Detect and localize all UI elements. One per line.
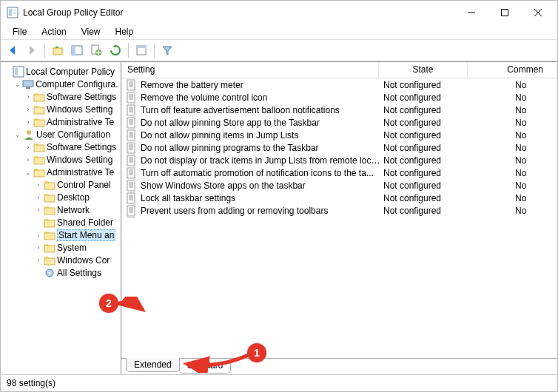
- tree-admin-templates[interactable]: ⌄ Administrative Te: [2, 166, 121, 178]
- folder-icon: [44, 204, 56, 216]
- folder-open-icon: [44, 229, 56, 241]
- policy-item-icon: [126, 155, 138, 166]
- col-comment[interactable]: Commen: [468, 62, 557, 78]
- col-setting[interactable]: Setting: [121, 62, 379, 78]
- setting-state: Not configured: [382, 105, 471, 115]
- tree-windows-components[interactable]: › Windows Cor: [2, 254, 121, 266]
- setting-state: Not configured: [382, 180, 471, 191]
- maximize-button[interactable]: [488, 1, 521, 24]
- tree-windows-settings[interactable]: › Windows Setting: [2, 103, 121, 115]
- setting-row[interactable]: Turn off automatic promotion of notifica…: [121, 166, 557, 179]
- close-button[interactable]: [521, 1, 554, 24]
- svg-rect-11: [72, 46, 75, 55]
- menu-action[interactable]: Action: [34, 25, 73, 38]
- setting-row[interactable]: Do not allow pinning items in Jump Lists…: [121, 129, 557, 141]
- setting-row[interactable]: Do not display or track items in Jump Li…: [121, 154, 557, 166]
- policy-item-icon: [126, 92, 138, 104]
- svg-rect-35: [44, 183, 55, 189]
- tree-shared-folders[interactable]: › Shared Folder: [2, 216, 121, 229]
- setting-row[interactable]: Do not allow pinning programs to the Tas…: [121, 141, 557, 154]
- setting-comment: No: [471, 143, 557, 153]
- tree-windows-settings[interactable]: › Windows Setting: [2, 153, 121, 166]
- show-hide-tree-button[interactable]: [68, 41, 86, 59]
- policy-item-icon: [126, 104, 138, 116]
- svg-point-49: [49, 271, 51, 274]
- minimize-button[interactable]: [454, 1, 488, 24]
- forward-button[interactable]: [23, 41, 41, 59]
- tree-root[interactable]: ▶ Local Computer Policy: [2, 65, 121, 78]
- setting-row[interactable]: Remove the battery meterNot configuredNo: [121, 78, 557, 91]
- title-bar: Local Group Policy Editor: [1, 1, 557, 24]
- setting-row[interactable]: Turn off feature advertisement balloon n…: [121, 104, 557, 116]
- menu-help[interactable]: Help: [108, 25, 141, 38]
- svg-rect-16: [137, 46, 146, 48]
- tree-software-settings[interactable]: › Software Settings: [2, 141, 121, 153]
- svg-rect-26: [34, 120, 44, 126]
- tree-control-panel[interactable]: › Control Panel: [2, 178, 121, 191]
- menu-bar: File Action View Help: [1, 24, 557, 39]
- policy-item-icon: [126, 129, 138, 141]
- tree-network[interactable]: › Network: [2, 203, 121, 216]
- folder-icon: [33, 141, 45, 153]
- export-button[interactable]: [87, 41, 105, 59]
- svg-rect-47: [44, 258, 55, 265]
- policy-item-icon: [126, 142, 138, 154]
- tree-system[interactable]: › System: [2, 241, 121, 254]
- svg-rect-37: [44, 195, 55, 202]
- setting-name: Do not allow pinning programs to the Tas…: [141, 143, 382, 153]
- toolbar-separator: [44, 43, 45, 58]
- settings-list[interactable]: Remove the battery meterNot configuredNo…: [121, 78, 557, 218]
- tab-extended[interactable]: Extended: [126, 358, 180, 372]
- svg-rect-33: [34, 170, 44, 177]
- menu-file[interactable]: File: [5, 25, 34, 38]
- tree-desktop[interactable]: › Desktop: [2, 191, 121, 203]
- policy-item-icon: [126, 192, 138, 204]
- setting-comment: No: [471, 193, 557, 203]
- folder-icon: [33, 91, 45, 103]
- tree-software-settings[interactable]: › Software Settings: [2, 90, 121, 103]
- tree-admin-templates[interactable]: › Administrative Te: [2, 115, 121, 128]
- filter-button[interactable]: [158, 41, 176, 59]
- setting-comment: No: [471, 180, 557, 191]
- setting-state: Not configured: [382, 155, 471, 166]
- setting-row[interactable]: Prevent users from adding or removing to…: [121, 204, 557, 217]
- properties-button[interactable]: [132, 41, 150, 59]
- tree-start-menu-taskbar[interactable]: › Start Menu an: [2, 229, 121, 241]
- svg-rect-2: [13, 9, 16, 11]
- tree-user-config[interactable]: ⌄ User Configuration: [2, 128, 121, 141]
- policy-icon: [13, 66, 24, 78]
- setting-state: Not configured: [382, 206, 471, 216]
- folder-icon: [33, 104, 45, 115]
- folder-icon: [33, 166, 45, 178]
- list-pane: Setting State Commen Remove the battery …: [121, 62, 557, 374]
- tree-computer-config[interactable]: ⌄ Computer Configura...: [2, 78, 121, 90]
- up-button[interactable]: [49, 41, 67, 59]
- setting-row[interactable]: Do not allow pinning Store app to the Ta…: [121, 116, 557, 129]
- svg-rect-19: [23, 81, 33, 87]
- toolbar-separator: [128, 43, 129, 58]
- setting-name: Prevent users from adding or removing to…: [141, 206, 382, 216]
- svg-rect-41: [44, 220, 55, 227]
- col-state[interactable]: State: [379, 62, 468, 78]
- refresh-button[interactable]: [107, 41, 124, 59]
- setting-row[interactable]: Show Windows Store apps on the taskbarNo…: [121, 179, 557, 192]
- setting-row[interactable]: Lock all taskbar settingsNot configuredN…: [121, 192, 557, 204]
- svg-rect-22: [34, 95, 44, 101]
- folder-icon: [44, 179, 56, 191]
- setting-comment: No: [471, 155, 557, 166]
- setting-comment: No: [471, 105, 557, 115]
- svg-rect-8: [53, 48, 62, 55]
- svg-point-27: [27, 130, 31, 135]
- setting-state: Not configured: [382, 80, 471, 90]
- tab-standard[interactable]: Standard: [179, 359, 232, 374]
- policy-item-icon: [126, 180, 138, 192]
- tree-all-settings[interactable]: › All Settings: [2, 266, 121, 279]
- setting-state: Not configured: [382, 118, 471, 128]
- tree-pane[interactable]: ▶ Local Computer Policy ⌄ Computer Confi…: [1, 62, 121, 374]
- back-button[interactable]: [4, 41, 21, 59]
- menu-view[interactable]: View: [74, 25, 108, 38]
- setting-state: Not configured: [382, 193, 471, 203]
- setting-row[interactable]: Remove the volume control iconNot config…: [121, 91, 557, 104]
- policy-item-icon: [126, 117, 138, 129]
- setting-name: Turn off feature advertisement balloon n…: [141, 105, 382, 115]
